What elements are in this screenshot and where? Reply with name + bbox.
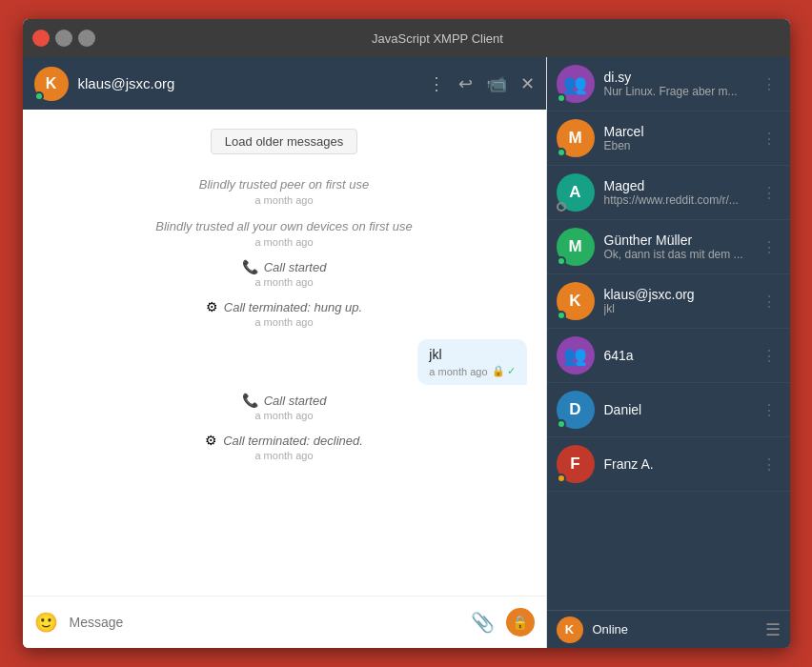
contact-menu-icon[interactable]: ⋮ xyxy=(758,452,781,477)
contact-item-daniel[interactable]: D Daniel ⋮ xyxy=(547,383,790,437)
contact-name: klaus@jsxc.org xyxy=(604,287,748,302)
sent-message-wrapper: jkl a month ago 🔒 ✓ xyxy=(42,339,527,385)
contact-info: Marcel Eben xyxy=(604,124,748,152)
app-window: × – □ JavaScript XMPP Client K klaus@jsx… xyxy=(23,19,790,648)
send-button[interactable]: 🔒 xyxy=(506,608,535,637)
contact-item-gunther[interactable]: M Günther Müller Ok, dann ist das mit de… xyxy=(547,220,790,274)
message-timestamp: a month ago xyxy=(42,276,527,288)
contact-name: Günther Müller xyxy=(604,232,748,248)
message-input[interactable] xyxy=(70,615,459,630)
avatar-letter: A xyxy=(569,183,580,202)
status-dot xyxy=(557,148,566,157)
contact-item-klaus[interactable]: K klaus@jsxc.org jkl ⋮ xyxy=(547,274,790,329)
contact-menu-icon[interactable]: ⋮ xyxy=(758,343,781,369)
message-timestamp: a month ago xyxy=(42,410,527,421)
window-controls: × – □ xyxy=(32,30,95,47)
contact-preview: Nur Linux. Frage aber m... xyxy=(604,85,748,98)
contact-info: Daniel xyxy=(604,402,748,417)
avatar-letter: F xyxy=(570,455,579,474)
system-text: Blindly trusted peer on first use xyxy=(199,177,369,192)
bubble-timestamp: a month ago xyxy=(429,366,487,377)
bubble-meta: a month ago 🔒 ✓ xyxy=(429,365,515,377)
call-message: 📞 Call started xyxy=(42,393,527,408)
status-dot xyxy=(557,93,566,103)
maximize-button[interactable]: □ xyxy=(78,30,95,47)
attachment-icon[interactable]: 📎 xyxy=(471,611,495,634)
main-content: K klaus@jsxc.org ⋮ ↩ 📹 ✕ Load older mess… xyxy=(23,57,790,648)
reply-icon[interactable]: ↩ xyxy=(458,73,473,94)
status-dot xyxy=(557,419,566,429)
contact-item-marcel[interactable]: M Marcel Eben ⋮ xyxy=(547,111,790,166)
contact-preview: https://www.reddit.com/r/... xyxy=(604,193,748,207)
call-message: ⚙ Call terminated: hung up. xyxy=(42,299,527,314)
contact-menu-icon[interactable]: ⋮ xyxy=(758,289,781,314)
call-message: 📞 Call started xyxy=(42,259,527,274)
contact-menu-icon[interactable]: ⋮ xyxy=(758,126,781,152)
close-chat-icon[interactable]: ✕ xyxy=(520,73,535,94)
system-message: Blindly trusted all your own devices on … xyxy=(42,217,527,234)
status-dot xyxy=(557,256,566,266)
avatar-letter: K xyxy=(569,292,580,311)
contact-item-maged[interactable]: A Maged https://www.reddit.com/r/... ⋮ xyxy=(547,166,790,220)
contact-name: Marcel xyxy=(604,124,748,139)
contact-info: Maged https://www.reddit.com/r/... xyxy=(604,178,748,207)
window-title: JavaScript XMPP Client xyxy=(95,31,781,46)
contact-item-franz[interactable]: F Franz A. ⋮ xyxy=(547,437,790,492)
group-icon: 👥 xyxy=(563,344,587,367)
contact-preview: Eben xyxy=(604,139,748,152)
read-receipt-icon: ✓ xyxy=(507,365,516,377)
contact-avatar: D xyxy=(557,391,595,429)
status-dot xyxy=(557,202,566,212)
call-text: Call started xyxy=(264,260,327,274)
call-message: ⚙ Call terminated: declined. xyxy=(42,433,527,448)
avatar-letter: M xyxy=(568,129,581,148)
status-menu-icon[interactable]: ☰ xyxy=(765,619,781,640)
message-timestamp: a month ago xyxy=(42,450,527,461)
contact-name: Franz A. xyxy=(604,456,748,472)
close-button[interactable]: × xyxy=(32,30,50,47)
contact-avatar: 👥 xyxy=(557,336,595,374)
call-terminated-icon: ⚙ xyxy=(205,433,217,448)
chat-contact-name: klaus@jsxc.org xyxy=(78,75,418,91)
contact-info: Günther Müller Ok, dann ist das mit dem … xyxy=(604,232,748,261)
title-bar: × – □ JavaScript XMPP Client xyxy=(23,19,790,57)
message-status-icons: 🔒 ✓ xyxy=(492,365,516,377)
message-timestamp: a month ago xyxy=(42,316,527,328)
group-icon: 👥 xyxy=(563,72,587,95)
avatar-letter: K xyxy=(46,75,57,92)
contact-menu-icon[interactable]: ⋮ xyxy=(758,180,781,206)
avatar: K xyxy=(34,67,69,101)
contact-item-disy[interactable]: 👥 di.sy Nur Linux. Frage aber m... ⋮ xyxy=(547,57,790,111)
more-icon[interactable]: ⋮ xyxy=(428,73,445,94)
contact-menu-icon[interactable]: ⋮ xyxy=(758,397,781,423)
minimize-button[interactable]: – xyxy=(55,30,72,47)
contact-info: klaus@jsxc.org jkl xyxy=(604,287,748,315)
load-older-button[interactable]: Load older messages xyxy=(211,129,357,154)
contact-menu-icon[interactable]: ⋮ xyxy=(758,71,781,97)
call-text: Call started xyxy=(264,394,327,408)
contact-item-641a[interactable]: 👥 641a ⋮ xyxy=(547,329,790,383)
call-icon: 📞 xyxy=(242,393,258,408)
contact-avatar: K xyxy=(557,282,595,320)
status-dot xyxy=(557,474,566,483)
message-timestamp: a month ago xyxy=(42,194,527,206)
video-icon[interactable]: 📹 xyxy=(486,73,507,94)
call-terminated-icon: ⚙ xyxy=(206,299,218,314)
call-text: Call terminated: declined. xyxy=(223,434,363,448)
message-timestamp: a month ago xyxy=(42,236,527,248)
contact-avatar: 👥 xyxy=(557,65,595,103)
chat-actions: ⋮ ↩ 📹 ✕ xyxy=(428,73,535,94)
self-avatar-letter: K xyxy=(565,622,574,637)
contact-list: 👥 di.sy Nur Linux. Frage aber m... ⋮ M xyxy=(547,57,790,610)
chat-input-bar: 🙂 📎 🔒 xyxy=(23,596,546,648)
status-bar: K Online ☰ xyxy=(547,610,790,648)
contact-preview: jkl xyxy=(604,302,748,315)
message-text: jkl xyxy=(429,347,515,362)
chat-panel: K klaus@jsxc.org ⋮ ↩ 📹 ✕ Load older mess… xyxy=(23,57,547,648)
contact-name: Daniel xyxy=(604,402,748,417)
contact-avatar: F xyxy=(557,445,595,483)
contact-menu-icon[interactable]: ⋮ xyxy=(758,234,781,260)
contact-info: di.sy Nur Linux. Frage aber m... xyxy=(604,70,748,98)
emoji-icon[interactable]: 🙂 xyxy=(34,611,58,634)
contact-info: 641a xyxy=(604,348,748,363)
